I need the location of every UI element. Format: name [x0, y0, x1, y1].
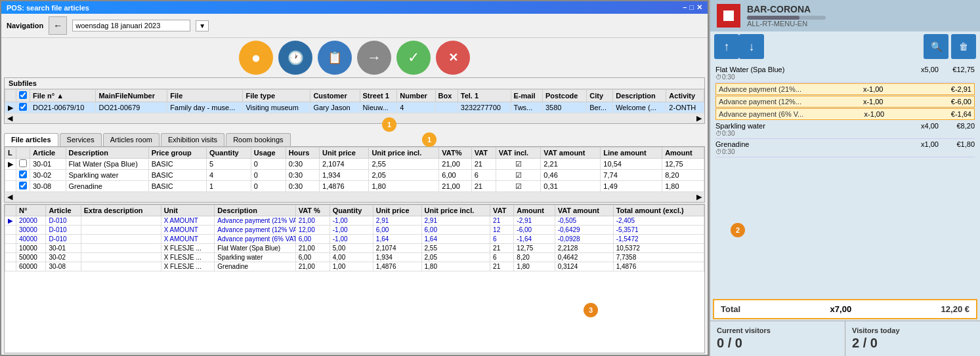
art-col-vat[interactable]: VAT: [471, 148, 496, 159]
arrow-button[interactable]: →: [357, 41, 391, 75]
table-row[interactable]: 30000 D-010 X AMOUNT Advance payment (12…: [5, 226, 704, 235]
col-file-type[interactable]: File type: [243, 90, 310, 102]
art-row-checkbox[interactable]: [19, 159, 27, 167]
art-row-checkbox[interactable]: [19, 170, 27, 178]
order-item-sparkling[interactable]: Sparkling water ⏱0:30 x4,00 €8,20: [715, 121, 975, 139]
table-row[interactable]: ▶ 30-01 Flat Water (Spa Blue) BASIC 5 0 …: [5, 159, 704, 170]
bot-col-unit[interactable]: Unit: [161, 205, 215, 216]
col-main-file[interactable]: MainFileNumber: [96, 90, 167, 102]
calendar-button[interactable]: ▼: [196, 20, 209, 31]
trash-button[interactable]: 🗑: [951, 34, 976, 59]
art-col-unit-price-incl[interactable]: Unit price incl.: [369, 148, 439, 159]
col-city[interactable]: City: [587, 90, 613, 102]
bot-col-unit-price-incl[interactable]: Unit price incl.: [421, 205, 490, 216]
art-col-vat-incl[interactable]: VAT incl.: [496, 148, 541, 159]
col-file-no[interactable]: File n° ▲: [30, 90, 96, 102]
col-street1[interactable]: Street 1: [360, 90, 397, 102]
art-scroll-right[interactable]: ▶: [696, 193, 702, 201]
item-time: ⏱0:30: [715, 148, 909, 155]
table-row[interactable]: ▶ 20000 D-010 X AMOUNT Advance payment (…: [5, 216, 704, 226]
tab-file-articles[interactable]: File articles: [4, 133, 58, 146]
tab-room-bookings[interactable]: Room bookings: [226, 133, 290, 146]
bar-subtitle: ALL-RT-MENU-EN: [747, 20, 826, 28]
art-col-usage[interactable]: Usage: [251, 148, 286, 159]
minimize-button[interactable]: –: [683, 3, 687, 12]
col-customer[interactable]: Customer: [310, 90, 360, 102]
table-row[interactable]: 40000 D-010 X AMOUNT Advance payment (6%…: [5, 235, 704, 244]
maximize-button[interactable]: □: [689, 3, 694, 12]
search-button[interactable]: 🔍: [924, 34, 948, 59]
order-item-flat-water[interactable]: Flat Water (Spa Blue) ⏱0:30 x5,00 €12,75: [715, 64, 975, 83]
art-col-quantity[interactable]: Quantity: [207, 148, 251, 159]
art-col-hours[interactable]: Hours: [286, 148, 319, 159]
date-input[interactable]: [72, 20, 190, 31]
close-button[interactable]: ✕: [696, 3, 702, 12]
tab-articles-room[interactable]: Articles room: [103, 133, 160, 146]
order-item-advance-12[interactable]: Advance payment (12%... x-1,00 €-6,00: [715, 96, 975, 108]
col-activity[interactable]: Activity: [666, 90, 704, 102]
title-bar-controls: – □ ✕: [683, 3, 702, 12]
order-item-advance-6[interactable]: Advance payment (6% V... x-1,00 €-1,64: [715, 108, 975, 120]
tab-exhibition-visits[interactable]: Exhibition visits: [161, 133, 224, 146]
nav-up-button[interactable]: ↑: [714, 34, 739, 59]
bot-col-quantity[interactable]: Quantity: [330, 205, 373, 216]
order-item-grenadine[interactable]: Grenadine ⏱0:30 x1,00 €1,80: [715, 139, 975, 157]
col-file[interactable]: File: [167, 90, 243, 102]
scroll-left[interactable]: ◀: [7, 114, 12, 123]
bot-vat-amount: -0,0928: [555, 235, 613, 244]
art-col-vat-amount[interactable]: VAT amount: [541, 148, 601, 159]
bot-col-total-excl[interactable]: Total amount (excl.): [613, 205, 704, 216]
cancel-toolbar-button[interactable]: ✕: [436, 41, 470, 75]
bot-vat-amount: -0,6429: [555, 226, 613, 235]
cell-postcode: 3580: [542, 102, 586, 113]
order-item-advance-21[interactable]: Advance payment (21%... x-1,00 €-2,91: [715, 83, 975, 95]
col-email[interactable]: E-mail: [511, 90, 542, 102]
table-row[interactable]: 60000 30-08 X FLESJE ... Grenadine 21,00…: [5, 262, 704, 271]
bot-expand[interactable]: ▶: [5, 216, 16, 226]
col-description[interactable]: Description: [613, 90, 666, 102]
right-header: BAR-CORONA ALL-RT-MENU-EN: [710, 0, 980, 31]
art-col-price-group[interactable]: Price group: [148, 148, 206, 159]
art-col-line-amount[interactable]: Line amount: [601, 148, 662, 159]
bot-col-vat[interactable]: VAT: [490, 205, 514, 216]
bot-article: D-010: [46, 226, 81, 235]
clock-button[interactable]: 🕐: [278, 41, 312, 75]
bot-col-no[interactable]: N°: [16, 205, 46, 216]
tab-services[interactable]: Services: [60, 133, 102, 146]
col-box[interactable]: Box: [435, 90, 458, 102]
table-row[interactable]: 50000 30-02 X FLESJE ... Sparkling water…: [5, 253, 704, 262]
nav-down-button[interactable]: ↓: [739, 34, 764, 59]
art-expand[interactable]: ▶: [5, 159, 16, 170]
bot-col-unit-price[interactable]: Unit price: [373, 205, 421, 216]
bot-col-extra-desc[interactable]: Extra description: [81, 205, 161, 216]
art-col-article[interactable]: Article: [30, 148, 66, 159]
bot-description: Flat Water (Spa Blue): [215, 244, 295, 253]
art-row-checkbox[interactable]: [19, 182, 27, 189]
bot-col-article[interactable]: Article: [46, 205, 81, 216]
art-col-description[interactable]: Description: [66, 148, 148, 159]
table-row[interactable]: 10000 30-01 X FLESJE ... Flat Water (Spa…: [5, 244, 704, 253]
row-expand[interactable]: ▶: [5, 102, 16, 113]
table-row[interactable]: 30-02 Sparkling water BASIC 4 0 0:30 1,9…: [5, 170, 704, 181]
col-tel1[interactable]: Tel. 1: [458, 90, 511, 102]
table-row[interactable]: 30-08 Grenadine BASIC 1 0 0:30 1,4876 1,…: [5, 181, 704, 192]
bot-col-vat-pct[interactable]: VAT %: [295, 205, 330, 216]
bot-col-description[interactable]: Description: [215, 205, 295, 216]
badge-2: 2: [731, 223, 745, 237]
art-col-amount[interactable]: Amount: [662, 148, 704, 159]
bot-col-vat-amount[interactable]: VAT amount: [555, 205, 613, 216]
select-all-checkbox[interactable]: [19, 91, 27, 99]
col-postcode[interactable]: Postcode: [542, 90, 586, 102]
back-button[interactable]: ←: [49, 16, 67, 35]
bot-col-amount[interactable]: Amount: [514, 205, 555, 216]
row-checkbox[interactable]: [19, 103, 27, 111]
col-number[interactable]: Number: [397, 90, 435, 102]
art-col-vat-pct[interactable]: VAT%: [439, 148, 471, 159]
confirm-button[interactable]: ✓: [396, 41, 431, 75]
art-price-group: BASIC: [148, 181, 206, 192]
art-scroll-left[interactable]: ◀: [7, 193, 12, 201]
yellow-button[interactable]: ●: [239, 41, 273, 75]
subfiles-row[interactable]: ▶ DO21-00679/10 DO21-00679 Family day - …: [5, 102, 704, 113]
art-col-unit-price[interactable]: Unit price: [320, 148, 369, 159]
document-button[interactable]: 📋: [318, 41, 352, 75]
